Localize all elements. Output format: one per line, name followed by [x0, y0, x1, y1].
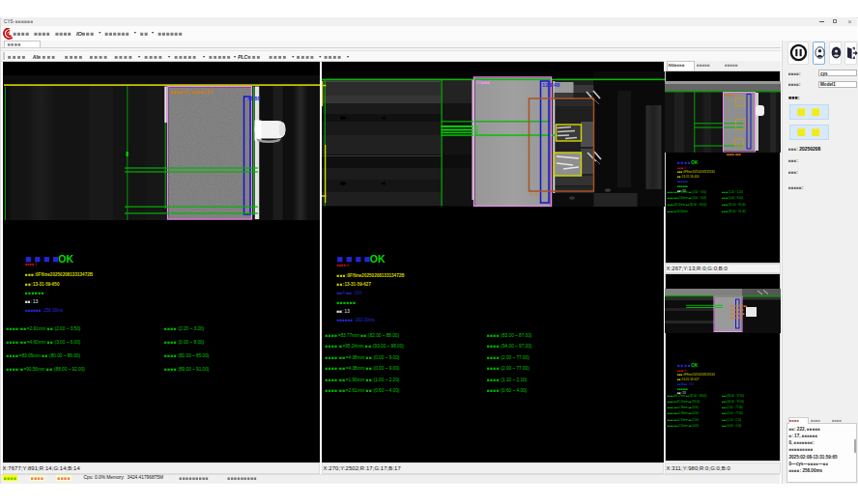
svg-text:■■■■ ■■■: ■■■■ ■■■	[727, 153, 741, 156]
svg-text:74.58: 74.58	[529, 193, 539, 197]
svg-text:73.88: 73.88	[246, 96, 260, 101]
svg-text:■■■■:93, ■■■■:100: ■■■■:93, ■■■■:100	[170, 89, 213, 95]
svg-text:123.48: 123.48	[542, 82, 560, 88]
svg-text:AI■■■: AI■■■	[476, 79, 490, 85]
svg-text:■■■■:93: ■■■■:93	[725, 94, 737, 98]
svg-text:■■■■■■: ■■■■■■	[730, 316, 742, 320]
